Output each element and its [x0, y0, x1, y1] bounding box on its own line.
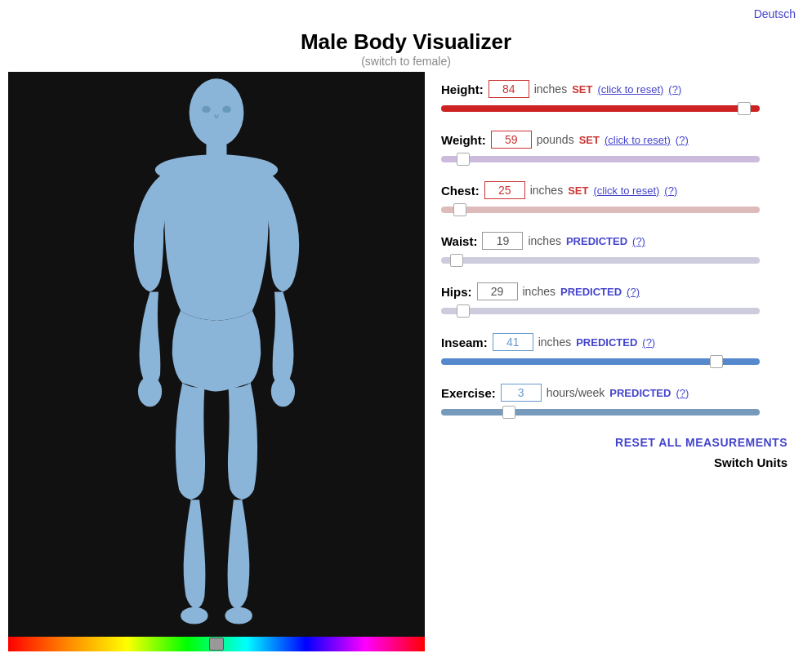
slider-thumb-chest[interactable]: [453, 203, 466, 216]
help-link-height[interactable]: (?): [668, 83, 681, 96]
measurement-unit-weight: pounds: [537, 133, 574, 146]
measurement-label-row-exercise: Exercise: hours/weekPREDICTED(?): [441, 384, 787, 402]
measurement-row-height: Height: inchesSET(click to reset)(?): [441, 80, 787, 116]
measurement-input-inseam[interactable]: [493, 333, 533, 351]
measurement-label-inseam: Inseam:: [441, 336, 488, 349]
measurement-unit-hips: inches: [523, 285, 555, 298]
predicted-label-hips: PREDICTED: [560, 286, 622, 298]
measurement-label-chest: Chest:: [441, 184, 480, 198]
help-link-exercise[interactable]: (?): [676, 387, 689, 399]
measurement-input-weight[interactable]: [491, 131, 532, 149]
slider-track-waist[interactable]: [441, 257, 760, 264]
top-bar: Deutsch: [0, 0, 812, 21]
measurement-row-weight: Weight: poundsSET(click to reset)(?): [441, 131, 787, 167]
color-bar[interactable]: [8, 637, 425, 651]
slider-track-height[interactable]: [441, 105, 760, 112]
reset-all-button[interactable]: RESET ALL MEASUREMENTS: [441, 436, 787, 449]
measurement-row-waist: Waist: inchesPREDICTED(?): [441, 232, 787, 268]
measurements-container: Height: inchesSET(click to reset)(?) Wei…: [441, 80, 787, 420]
slider-container-inseam: [441, 354, 787, 369]
measurement-label-weight: Weight:: [441, 133, 486, 147]
slider-track-hips[interactable]: [441, 308, 760, 314]
slider-track-weight[interactable]: [441, 156, 760, 162]
help-link-chest[interactable]: (?): [664, 184, 677, 197]
measurement-input-waist[interactable]: [482, 232, 523, 250]
measurement-row-exercise: Exercise: hours/weekPREDICTED(?): [441, 384, 787, 420]
reset-link-height[interactable]: (click to reset): [597, 83, 663, 96]
slider-track-exercise[interactable]: [441, 409, 760, 415]
measurement-label-waist: Waist:: [441, 234, 477, 248]
slider-thumb-hips[interactable]: [457, 304, 470, 318]
measurement-label-row-hips: Hips: inchesPREDICTED(?): [441, 282, 787, 300]
slider-container-height: [441, 101, 787, 116]
switch-gender-link[interactable]: (switch to female): [361, 55, 451, 68]
measurement-input-height[interactable]: [489, 80, 529, 98]
measurement-input-chest[interactable]: [484, 181, 525, 199]
color-bar-thumb[interactable]: [209, 638, 224, 651]
slider-thumb-exercise[interactable]: [502, 406, 515, 419]
measurement-label-row-weight: Weight: poundsSET(click to reset)(?): [441, 131, 787, 149]
reset-link-weight[interactable]: (click to reset): [605, 134, 671, 146]
svg-point-5: [181, 607, 207, 624]
svg-point-8: [222, 106, 230, 113]
body-figure-svg: [8, 72, 425, 651]
body-canvas: [8, 72, 425, 651]
measurement-input-hips[interactable]: [477, 282, 518, 300]
slider-container-waist: [441, 253, 787, 268]
slider-thumb-waist[interactable]: [450, 254, 463, 267]
controls-panel: Height: inchesSET(click to reset)(?) Wei…: [425, 72, 804, 651]
language-link[interactable]: Deutsch: [754, 7, 796, 20]
slider-track-inseam[interactable]: [441, 358, 760, 365]
measurement-unit-exercise: hours/week: [547, 386, 605, 399]
switch-gender[interactable]: (switch to female): [0, 55, 812, 68]
switch-units-button[interactable]: Switch Units: [441, 455, 787, 469]
slider-thumb-inseam[interactable]: [710, 355, 723, 368]
help-link-waist[interactable]: (?): [632, 235, 645, 247]
predicted-label-waist: PREDICTED: [566, 235, 627, 247]
slider-thumb-weight[interactable]: [457, 153, 470, 166]
measurement-label-height: Height:: [441, 82, 484, 96]
help-link-inseam[interactable]: (?): [642, 336, 655, 349]
svg-point-7: [202, 106, 210, 113]
predicted-label-inseam: PREDICTED: [576, 336, 637, 349]
page-title: Male Body Visualizer: [0, 29, 812, 55]
actions-row: RESET ALL MEASUREMENTS Switch Units: [441, 436, 787, 469]
measurement-input-exercise[interactable]: [501, 384, 542, 402]
reset-link-chest[interactable]: (click to reset): [593, 184, 659, 197]
slider-container-exercise: [441, 405, 787, 420]
main-content: Height: inchesSET(click to reset)(?) Wei…: [0, 72, 812, 651]
svg-point-4: [271, 376, 295, 407]
slider-container-hips: [441, 304, 787, 318]
measurement-row-hips: Hips: inchesPREDICTED(?): [441, 282, 787, 318]
measurement-label-row-height: Height: inchesSET(click to reset)(?): [441, 80, 787, 98]
predicted-label-exercise: PREDICTED: [609, 387, 671, 399]
measurement-label-hips: Hips:: [441, 285, 472, 299]
slider-thumb-height[interactable]: [738, 102, 751, 115]
set-label-chest: SET: [568, 184, 588, 197]
slider-container-weight: [441, 152, 787, 167]
body-panel: [8, 72, 425, 651]
measurement-row-chest: Chest: inchesSET(click to reset)(?): [441, 181, 787, 217]
measurement-unit-chest: inches: [530, 184, 563, 197]
measurement-label-row-waist: Waist: inchesPREDICTED(?): [441, 232, 787, 250]
measurement-label-row-chest: Chest: inchesSET(click to reset)(?): [441, 181, 787, 199]
measurement-unit-waist: inches: [528, 234, 560, 247]
set-label-height: SET: [572, 83, 592, 96]
slider-container-chest: [441, 202, 787, 217]
measurement-unit-height: inches: [534, 82, 567, 96]
svg-point-3: [138, 376, 162, 407]
page-header: Male Body Visualizer (switch to female): [0, 21, 812, 72]
help-link-weight[interactable]: (?): [676, 134, 689, 146]
svg-point-6: [225, 607, 252, 624]
set-label-weight: SET: [579, 134, 600, 146]
measurement-row-inseam: Inseam: inchesPREDICTED(?): [441, 333, 787, 369]
help-link-hips[interactable]: (?): [627, 286, 640, 298]
slider-track-chest[interactable]: [441, 207, 760, 213]
svg-point-0: [190, 78, 244, 147]
measurement-label-exercise: Exercise:: [441, 386, 496, 400]
measurement-unit-inseam: inches: [538, 336, 571, 349]
measurement-label-row-inseam: Inseam: inchesPREDICTED(?): [441, 333, 787, 351]
